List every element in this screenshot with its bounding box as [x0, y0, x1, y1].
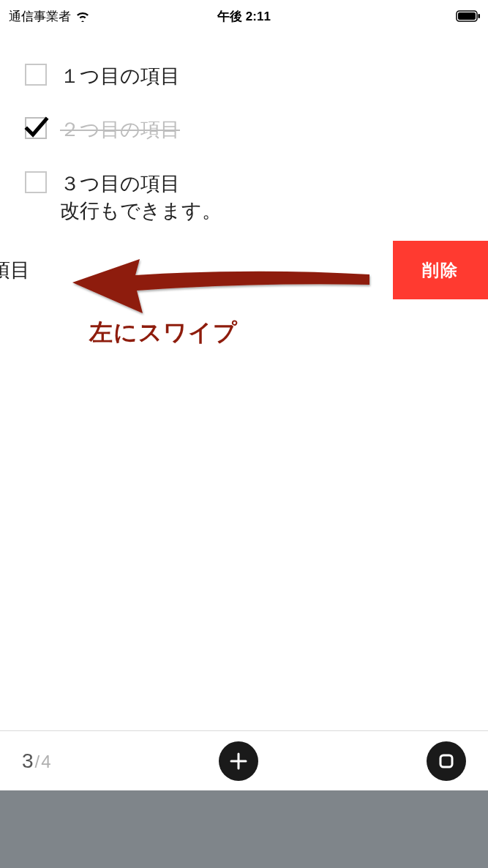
add-button[interactable] — [219, 741, 258, 781]
checkbox-checked[interactable] — [25, 117, 47, 139]
status-left: 通信事業者 — [9, 8, 90, 25]
square-icon — [436, 751, 457, 771]
checkbox[interactable] — [25, 171, 47, 193]
clock: 午後 2:11 — [217, 8, 271, 25]
delete-button[interactable]: 削除 — [393, 241, 488, 299]
annotation-label: 左にスワイプ — [89, 317, 238, 349]
item-label: ２つ目の項目 — [60, 116, 180, 143]
status-bar: 通信事業者 午後 2:11 — [0, 0, 488, 32]
plus-icon — [229, 752, 248, 771]
item-count: 3 / 4 — [22, 749, 51, 773]
home-indicator-zone — [0, 790, 488, 868]
check-icon — [23, 115, 49, 141]
swiped-item-content: つ目の項目 — [0, 241, 30, 299]
count-separator: / — [35, 752, 40, 772]
list-item[interactable]: ３つ目の項目 改行もできます。 — [0, 157, 488, 239]
item-label: １つ目の項目 — [60, 63, 180, 90]
list-item[interactable]: ２つ目の項目 — [0, 103, 488, 157]
battery-icon — [456, 10, 481, 22]
swiped-list-item[interactable]: つ目の項目 削除 — [0, 241, 488, 299]
svg-rect-1 — [458, 12, 476, 20]
svg-rect-2 — [478, 14, 481, 18]
bottom-bar: 3 / 4 — [0, 730, 488, 868]
item-label: つ目の項目 — [0, 257, 30, 283]
svg-rect-3 — [440, 755, 452, 767]
toolbar: 3 / 4 — [0, 730, 488, 790]
count-current: 3 — [22, 749, 34, 773]
stop-button[interactable] — [427, 741, 466, 781]
item-label: ３つ目の項目 改行もできます。 — [60, 171, 222, 225]
list-item[interactable]: １つ目の項目 — [0, 50, 488, 103]
checkbox[interactable] — [25, 64, 47, 86]
carrier-label: 通信事業者 — [9, 8, 71, 25]
wifi-icon — [75, 11, 90, 22]
todo-list: １つ目の項目 ２つ目の項目 ３つ目の項目 改行もできます。 つ目の項目 削除 — [0, 32, 488, 299]
count-total: 4 — [41, 752, 50, 772]
